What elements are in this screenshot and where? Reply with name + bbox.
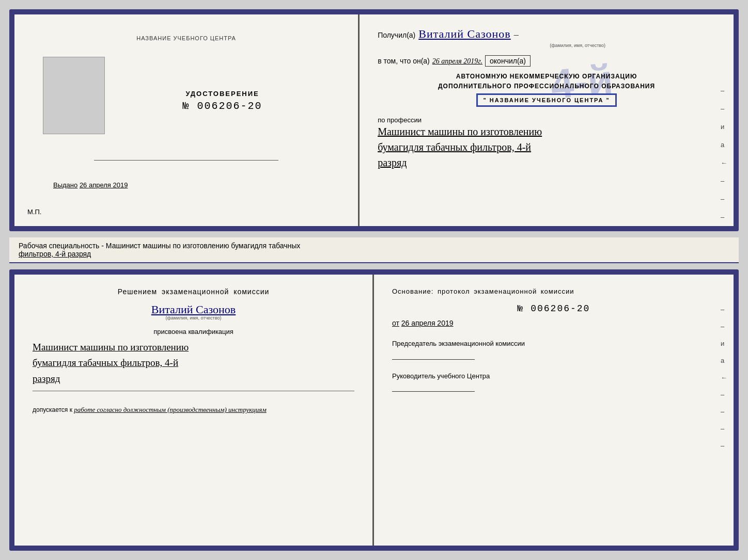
cert-left-page: НАЗВАНИЕ УЧЕБНОГО ЦЕНТРА УДОСТОВЕРЕНИЕ №… [14, 14, 360, 226]
dash-mark-3: – [721, 177, 727, 185]
org-stamp: " НАЗВАНИЕ УЧЕБНОГО ЦЕНТРА " [476, 93, 616, 107]
qual-line1: Машинист машины по изготовлению [33, 340, 354, 355]
cert-label: УДОСТОВЕРЕНИЕ [185, 90, 259, 98]
osnov-date: от 26 апреля 2019 [392, 319, 715, 327]
director-block: Руководитель учебного Центра [392, 371, 715, 392]
director-signature-line [392, 391, 475, 392]
r-dash-2: – [721, 323, 727, 330]
osnov-number: № 006206-20 [392, 303, 715, 314]
chairman-block: Председатель экзаменационной комиссии [392, 339, 715, 360]
page: НАЗВАНИЕ УЧЕБНОГО ЦЕНТРА УДОСТОВЕРЕНИЕ №… [0, 0, 748, 560]
a-mark: а [721, 141, 727, 149]
vtom-line: в том, что он(а) 26 апреля 2019г. окончи… [378, 55, 715, 67]
profession-line2: бумагидля табачных фильтров, 4-й [378, 139, 715, 155]
profession-line3: разряд [378, 155, 715, 170]
vtom-prefix: в том, что он(а) [378, 57, 430, 65]
name-subtitle: (фамилия, имя, отчество) [440, 43, 715, 48]
r-arrow-mark: ← [721, 374, 727, 381]
okonchil-label: окончил(а) [485, 55, 531, 67]
bottom-left-page: Решением экзаменационной комиссии Витали… [14, 275, 374, 546]
i-mark: и [721, 123, 727, 131]
profession-line1: Машинист машины по изготовлению [378, 124, 715, 139]
commission-title: Решением экзаменационной комиссии [33, 287, 354, 296]
fio-subtitle: (фамилия, имя, отчество) [33, 315, 354, 321]
mp-label: М.П. [27, 208, 41, 216]
separator-normal: Рабочая специальность - Машинист машины … [19, 242, 300, 250]
r-dash-4: – [721, 408, 727, 415]
r-dash-5: – [721, 425, 727, 433]
director-label: Руководитель учебного Центра [392, 371, 715, 381]
osnov-date-prefix: от [392, 319, 399, 327]
r-a-mark: а [721, 357, 727, 364]
bottom-right-edge-marks: – – и а ← – – – – [721, 306, 727, 450]
separator-text: Рабочая специальность - Машинист машины … [9, 237, 739, 263]
recipient-dash: – [514, 29, 519, 40]
osnov-date-value: 26 апреля 2019 [401, 319, 454, 327]
dopusk-line: допускается к работе согласно должностны… [33, 406, 354, 414]
osnov-title: Основание: протокол экзаменационной коми… [392, 287, 715, 295]
dash-mark-5: – [721, 213, 727, 221]
qualification-label: присвоена квалификация [33, 328, 354, 335]
cert-right-page: Получил(а) Виталий Сазонов – (фамилия, и… [360, 14, 734, 226]
dopusk-value: работе согласно должностным (производств… [74, 406, 266, 413]
recipient-prefix: Получил(а) [378, 31, 415, 39]
r-i-mark: и [721, 340, 727, 347]
cert-issued: Выдано 26 апреля 2019 [53, 181, 128, 189]
profession-value: Машинист машины по изготовлению бумагидл… [378, 124, 715, 170]
photo-placeholder [43, 57, 105, 134]
arrow-mark: ← [721, 159, 727, 167]
cert-issued-prefix: Выдано [53, 181, 77, 189]
org-line1: АВТОНОМНУЮ НЕКОММЕРЧЕСКУЮ ОРГАНИЗАЦИЮ [378, 72, 715, 82]
profession-label: по профессии [378, 116, 715, 124]
chairman-signature-line [392, 359, 475, 360]
right-edge-marks: – – и а ← – – – – [721, 87, 727, 231]
recipient-name: Виталий Сазонов [418, 27, 510, 41]
bottom-certificate: Решением экзаменационной комиссии Витали… [9, 269, 739, 551]
org-line2: ДОПОЛНИТЕЛЬНОГО ПРОФЕССИОНАЛЬНОГО ОБРАЗО… [378, 82, 715, 91]
qualification-value: Машинист машины по изготовлению бумагидл… [33, 340, 354, 387]
dash-mark-4: – [721, 195, 727, 203]
vtom-date: 26 апреля 2019г. [432, 57, 482, 66]
r-dash-1: – [721, 306, 727, 313]
cert-number: № 006206-20 [183, 100, 262, 112]
dash-mark-1: – [721, 87, 727, 94]
qual-line2: бумагидля табачных фильтров, 4-й [33, 355, 354, 371]
person-name-bottom: Виталий Сазонов [33, 303, 354, 316]
r-dash-3: – [721, 391, 727, 398]
cert-issued-date: 26 апреля 2019 [80, 181, 128, 189]
qual-line3: разряд [33, 371, 354, 387]
org-name: " НАЗВАНИЕ УЧЕБНОГО ЦЕНТРА " [483, 97, 610, 103]
org-block: АВТОНОМНУЮ НЕКОММЕРЧЕСКУЮ ОРГАНИЗАЦИЮ ДО… [378, 72, 715, 107]
r-dash-6: – [721, 442, 727, 450]
dash-mark-2: – [721, 105, 727, 113]
bottom-right-page: Основание: протокол экзаменационной коми… [374, 275, 734, 546]
top-certificate: НАЗВАНИЕ УЧЕБНОГО ЦЕНТРА УДОСТОВЕРЕНИЕ №… [9, 9, 739, 231]
recipient-line: Получил(а) Виталий Сазонов – [378, 27, 715, 41]
separator-underline: фильтров, 4-й разряд [19, 250, 91, 258]
chairman-label: Председатель экзаменационной комиссии [392, 339, 715, 349]
dopusk-prefix: допускается к [33, 406, 72, 413]
cert-center-name: НАЗВАНИЕ УЧЕБНОГО ЦЕНТРА [136, 35, 236, 41]
